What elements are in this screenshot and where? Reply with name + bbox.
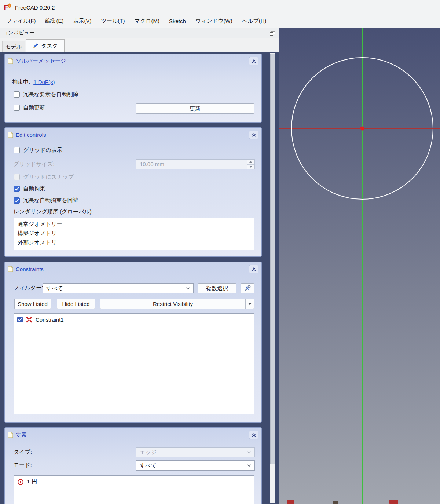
restrict-visibility-button[interactable]: Restrict Visibility <box>100 299 254 309</box>
elements-list[interactable]: 1-円 <box>14 475 254 504</box>
section-constraints: Constraints フィルター: すべて 複数選択 Show Listed … <box>4 262 262 423</box>
rendering-order-list[interactable]: 通常ジオメトリー 構築ジオメトリー 外部ジオメトリー <box>14 218 254 250</box>
menu-edit[interactable]: 編集(E) <box>41 15 69 27</box>
elements-title: 要素 <box>16 431 27 438</box>
task-panel: ソルバーメッセージ 拘束中: 1 DoF(s) 冗長な要素を自動削除 自動更新 … <box>0 52 279 504</box>
task-scrollbar[interactable] <box>270 53 275 503</box>
pencil-icon <box>32 43 38 49</box>
dof-link[interactable]: 1 DoF(s) <box>33 79 55 85</box>
document-icon <box>8 432 13 438</box>
menu-macro[interactable]: マクロ(M) <box>129 15 164 27</box>
grid-size-value: 10.00 mm <box>136 160 247 169</box>
constraint-settings-icon[interactable] <box>241 283 254 293</box>
auto-constraints-label: 自動拘束 <box>23 185 45 192</box>
collapse-icon[interactable] <box>249 265 258 273</box>
section-solver-messages: ソルバーメッセージ 拘束中: 1 DoF(s) 冗長な要素を自動削除 自動更新 … <box>4 54 262 123</box>
dock-icon[interactable] <box>268 29 276 37</box>
avoid-redundant-label: 冗長な自動拘束を回避 <box>23 197 78 204</box>
constraints-header: Constraints <box>5 262 261 276</box>
list-item[interactable]: 外部ジオメトリー <box>14 238 254 247</box>
type-label: タイプ: <box>14 449 32 456</box>
auto-remove-checkbox[interactable] <box>14 91 20 98</box>
menu-file[interactable]: ファイル(F) <box>1 15 41 27</box>
spin-up-icon[interactable] <box>247 160 254 164</box>
auto-remove-row: 冗長な要素を自動削除 <box>14 91 78 98</box>
auto-update-row: 自動更新 <box>14 104 45 111</box>
document-icon <box>8 266 13 272</box>
list-item[interactable]: 構築ジオメトリー <box>14 229 254 238</box>
mode-label: モード: <box>14 462 32 469</box>
show-grid-row: グリッドの表示 <box>14 147 62 154</box>
update-button[interactable]: 更新 <box>136 103 254 114</box>
menu-help[interactable]: ヘルプ(H) <box>237 15 271 27</box>
menu-view[interactable]: 表示(V) <box>69 15 96 27</box>
dropdown-chevron-icon <box>186 287 190 290</box>
grid-size-spinbox[interactable]: 10.00 mm <box>136 159 255 169</box>
grid-snap-row: グリッドにスナップ <box>14 174 74 180</box>
menu-tools[interactable]: ツール(T) <box>96 15 130 27</box>
restrict-visibility-label: Restrict Visibility <box>100 301 245 307</box>
list-item[interactable]: 通常ジオメトリー <box>14 220 254 229</box>
element-list-item[interactable]: 1-円 <box>14 476 254 488</box>
spin-down-icon[interactable] <box>247 164 254 169</box>
tab-model[interactable]: モデル <box>2 41 25 52</box>
show-grid-checkbox[interactable] <box>14 147 20 153</box>
type-label-row: タイプ: <box>14 449 32 456</box>
menu-sketch[interactable]: Sketch <box>164 15 191 27</box>
multi-select-button[interactable]: 複数選択 <box>198 283 236 293</box>
element-type-select[interactable]: エッジ <box>136 447 255 457</box>
mode-label-row: モード: <box>14 462 32 469</box>
document-icon <box>8 58 13 64</box>
partial-toolbar-icon <box>287 500 294 504</box>
tab-task[interactable]: タスク <box>26 39 65 52</box>
scrollbar-thumb[interactable] <box>270 54 275 464</box>
solver-section-title: ソルバーメッセージ <box>16 58 66 65</box>
section-elements: 要素 タイプ: エッジ モード: すべて <box>4 427 262 504</box>
auto-update-label: 自動更新 <box>23 104 45 111</box>
3d-viewport[interactable] <box>279 28 440 504</box>
constraints-title: Constraints <box>16 266 44 272</box>
dof-row: 拘束中: 1 DoF(s) <box>12 78 55 85</box>
element-mode-select[interactable]: すべて <box>136 460 255 471</box>
auto-constraints-checkbox[interactable] <box>14 186 20 192</box>
auto-constraints-row: 自動拘束 <box>14 185 45 192</box>
collapse-icon[interactable] <box>249 131 258 139</box>
constraint-filter-select[interactable]: すべて <box>43 283 194 293</box>
spin-buttons <box>247 160 254 169</box>
avoid-redundant-row: 冗長な自動拘束を回避 <box>14 197 78 204</box>
solver-section-header: ソルバーメッセージ <box>5 54 261 68</box>
constraint-visibility-checkbox[interactable] <box>17 317 23 322</box>
avoid-redundant-checkbox[interactable] <box>14 197 20 204</box>
combo-view-tabs: モデル タスク <box>0 38 279 52</box>
partial-toolbar-icon <box>389 500 398 504</box>
partial-toolbar-icon <box>333 501 338 504</box>
mode-value: すべて <box>140 462 157 469</box>
hide-listed-button[interactable]: Hide Listed <box>57 299 95 309</box>
edit-controls-title: Edit controls <box>16 132 46 138</box>
constraint-list-item[interactable]: Constraint1 <box>14 314 254 326</box>
filter-label: フィルター: <box>14 284 43 291</box>
dropdown-chevron-icon <box>247 451 251 454</box>
combo-view-title: コンボビュー <box>3 30 34 36</box>
tab-task-label: タスク <box>41 43 58 50</box>
grid-snap-checkbox[interactable] <box>14 174 20 180</box>
type-value: エッジ <box>140 449 157 456</box>
constraints-list[interactable]: Constraint1 <box>14 313 254 414</box>
collapse-icon[interactable] <box>249 431 258 439</box>
collapse-icon[interactable] <box>249 57 258 65</box>
filter-label-row: フィルター: <box>14 284 43 291</box>
app-icon: F <box>4 3 12 11</box>
dropdown-chevron-icon[interactable] <box>245 299 254 309</box>
combo-view-header: コンボビュー <box>0 28 279 38</box>
grid-size-label: グリッドサイズ: <box>14 161 55 168</box>
auto-update-checkbox[interactable] <box>14 105 20 111</box>
element-label: 1-円 <box>27 478 37 485</box>
menu-window[interactable]: ウィンドウ(W) <box>191 15 237 27</box>
show-grid-label: グリッドの表示 <box>23 147 62 154</box>
viewport-background <box>279 28 440 504</box>
edit-controls-header: Edit controls <box>5 128 261 142</box>
constraint-coincident-icon <box>26 316 33 323</box>
origin-point[interactable] <box>360 127 364 131</box>
show-listed-button[interactable]: Show Listed <box>14 299 51 309</box>
sketch-canvas[interactable] <box>279 28 440 504</box>
